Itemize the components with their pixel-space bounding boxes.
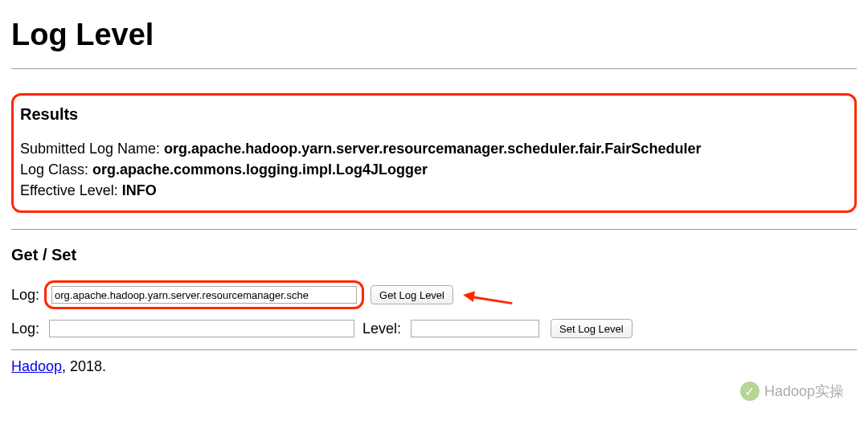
- submitted-log-name-value: org.apache.hadoop.yarn.server.resourcema…: [164, 141, 701, 157]
- get-log-highlight-box: [44, 280, 364, 309]
- results-panel: Results Submitted Log Name: org.apache.h…: [11, 93, 857, 213]
- effective-level-label: Effective Level:: [20, 182, 122, 198]
- submitted-log-name-row: Submitted Log Name: org.apache.hadoop.ya…: [20, 138, 848, 159]
- get-set-heading: Get / Set: [11, 246, 857, 264]
- divider: [11, 68, 857, 69]
- get-log-level-button[interactable]: Get Log Level: [371, 285, 453, 304]
- set-log-form-row: Log: Level: Set Log Level: [11, 319, 857, 338]
- footer: Hadoop, 2018.: [11, 358, 857, 375]
- divider: [11, 229, 857, 230]
- set-level-label: Level:: [362, 321, 401, 337]
- get-log-input[interactable]: [51, 286, 357, 304]
- divider: [11, 349, 857, 350]
- page-title: Log Level: [11, 18, 857, 52]
- set-log-label: Log:: [11, 321, 39, 337]
- set-log-level-button[interactable]: Set Log Level: [551, 319, 633, 338]
- watermark-text: Hadoop实操: [764, 382, 844, 383]
- effective-level-value: INFO: [122, 182, 157, 198]
- log-class-label: Log Class:: [20, 161, 92, 178]
- watermark: ✓ Hadoop实操: [740, 382, 844, 383]
- hadoop-link[interactable]: Hadoop: [11, 358, 62, 374]
- log-class-row: Log Class: org.apache.commons.logging.im…: [20, 159, 848, 180]
- footer-year: , 2018.: [62, 358, 106, 374]
- submitted-log-name-label: Submitted Log Name:: [20, 141, 164, 157]
- annotation-arrow-icon: [461, 287, 526, 303]
- get-log-form-row: Log: Get Log Level: [11, 280, 857, 309]
- set-log-input[interactable]: [49, 320, 354, 337]
- effective-level-row: Effective Level: INFO: [20, 180, 848, 201]
- results-heading: Results: [20, 105, 848, 124]
- log-class-value: org.apache.commons.logging.impl.Log4JLog…: [92, 161, 428, 178]
- wechat-icon: ✓: [740, 382, 760, 383]
- get-log-label: Log:: [11, 287, 39, 304]
- set-level-input[interactable]: [411, 320, 539, 337]
